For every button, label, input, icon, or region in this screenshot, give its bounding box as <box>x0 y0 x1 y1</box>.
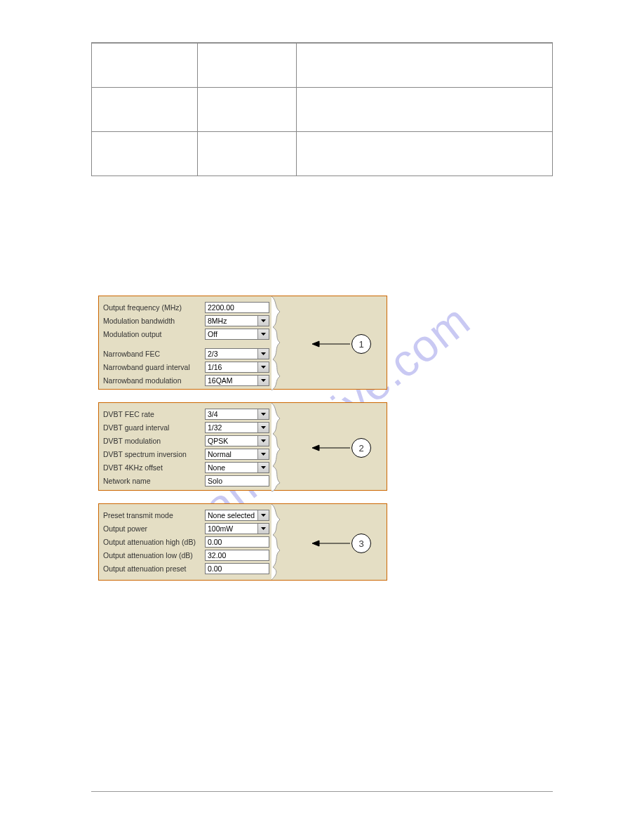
arrow-icon <box>312 539 350 548</box>
output-attenuation-preset-input[interactable]: 0.00 <box>205 563 269 574</box>
callout-2: 2 <box>312 438 371 458</box>
chevron-down-icon <box>257 329 269 339</box>
svg-marker-4 <box>261 379 266 382</box>
field-value: Off <box>208 330 217 338</box>
table-row <box>92 88 553 132</box>
upper-empty-table <box>91 43 553 176</box>
chevron-down-icon <box>257 510 269 520</box>
chevron-down-icon <box>257 316 269 326</box>
preset-transmit-mode-select[interactable]: None selected <box>205 510 269 521</box>
arrow-icon <box>312 340 350 348</box>
svg-marker-6 <box>312 341 319 347</box>
preset-transmit-mode-label: Preset transmit mode <box>103 511 205 519</box>
svg-marker-3 <box>261 366 266 369</box>
field-value: Normal <box>208 450 232 458</box>
svg-marker-1 <box>261 333 266 336</box>
table-row <box>92 44 553 88</box>
field-value: None <box>208 463 225 472</box>
modulation-bandwidth-label: Modulation bandwidth <box>103 317 205 325</box>
dvbt-modulation-select[interactable]: QPSK <box>205 435 269 446</box>
svg-marker-17 <box>312 541 319 546</box>
field-value: 2200.00 <box>208 303 234 312</box>
output-frequency-label: Output frequency (MHz) <box>103 303 205 312</box>
field-value: 0.00 <box>208 564 222 573</box>
field-value: 16QAM <box>208 376 233 385</box>
panel-frequency-modulation: Output frequency (MHz) 2200.00 Modulatio… <box>98 296 387 390</box>
field-value: 32.00 <box>208 551 226 560</box>
table-row <box>92 132 553 176</box>
chevron-down-icon <box>257 376 269 385</box>
dvbt-guard-select[interactable]: 1/32 <box>205 422 269 433</box>
network-name-label: Network name <box>103 477 205 485</box>
chevron-down-icon <box>257 409 269 419</box>
chevron-down-icon <box>257 436 269 446</box>
field-value: 2/3 <box>208 350 218 358</box>
svg-marker-13 <box>312 445 319 451</box>
callout-3: 3 <box>312 534 371 553</box>
svg-marker-2 <box>261 352 266 355</box>
output-power-label: Output power <box>103 524 205 533</box>
dvbt-modulation-label: DVBT modulation <box>103 437 205 445</box>
svg-marker-7 <box>261 413 266 416</box>
field-value: 3/4 <box>208 410 218 418</box>
callout-number: 1 <box>351 334 371 354</box>
svg-marker-8 <box>261 426 266 429</box>
svg-marker-10 <box>261 453 266 456</box>
output-frequency-input[interactable]: 2200.00 <box>205 302 269 313</box>
output-attenuation-low-input[interactable]: 32.00 <box>205 550 269 561</box>
svg-marker-15 <box>261 527 266 530</box>
narrowband-fec-label: Narrowband FEC <box>103 350 205 358</box>
narrowband-modulation-select[interactable]: 16QAM <box>205 375 269 386</box>
narrowband-modulation-label: Narrowband modulation <box>103 376 205 385</box>
chevron-down-icon <box>257 463 269 472</box>
field-value: 100mW <box>208 524 233 533</box>
dvbt-spectrum-select[interactable]: Normal <box>205 449 269 460</box>
narrowband-fec-select[interactable]: 2/3 <box>205 348 269 359</box>
panel-output-power: Preset transmit mode None selected Outpu… <box>98 503 387 581</box>
chevron-down-icon <box>257 449 269 459</box>
narrowband-guard-select[interactable]: 1/16 <box>205 362 269 373</box>
panels-container: Output frequency (MHz) 2200.00 Modulatio… <box>98 296 387 581</box>
field-value: None selected <box>208 511 255 519</box>
modulation-output-select[interactable]: Off <box>205 329 269 340</box>
field-value: 0.00 <box>208 538 222 546</box>
callout-1: 1 <box>312 334 371 354</box>
dvbt-guard-label: DVBT guard interval <box>103 423 205 432</box>
svg-marker-9 <box>261 439 266 442</box>
field-value: QPSK <box>208 437 228 445</box>
dvbt-offset-label: DVBT 4KHz offset <box>103 463 205 472</box>
field-value: Solo <box>208 477 222 485</box>
field-value: 8MHz <box>208 317 227 325</box>
arrow-icon <box>312 444 350 452</box>
dvbt-offset-select[interactable]: None <box>205 462 269 473</box>
dvbt-fec-label: DVBT FEC rate <box>103 410 205 418</box>
output-attenuation-low-label: Output attenuation low (dB) <box>103 551 205 560</box>
dvbt-spectrum-label: DVBT spectrum inversion <box>103 450 205 458</box>
output-power-select[interactable]: 100mW <box>205 523 269 534</box>
network-name-input[interactable]: Solo <box>205 475 269 486</box>
dvbt-fec-select[interactable]: 3/4 <box>205 409 269 420</box>
chevron-down-icon <box>257 362 269 372</box>
narrowband-guard-label: Narrowband guard interval <box>103 363 205 371</box>
chevron-down-icon <box>257 423 269 432</box>
field-value: 1/32 <box>208 423 222 432</box>
output-attenuation-high-input[interactable]: 0.00 <box>205 536 269 548</box>
modulation-output-label: Modulation output <box>103 330 205 338</box>
output-attenuation-high-label: Output attenuation high (dB) <box>103 538 205 546</box>
svg-marker-11 <box>261 466 266 469</box>
modulation-bandwidth-select[interactable]: 8MHz <box>205 315 269 326</box>
chevron-down-icon <box>257 349 269 359</box>
field-value: 1/16 <box>208 363 222 371</box>
panel-dvbt: DVBT FEC rate 3/4 DVBT guard interval 1/… <box>98 402 387 491</box>
svg-marker-14 <box>261 514 266 517</box>
callout-number: 2 <box>351 438 371 458</box>
divider-bottom <box>91 791 553 792</box>
svg-marker-0 <box>261 319 266 322</box>
page: manualshive.com Output frequency (MHz) 2… <box>0 0 644 834</box>
output-attenuation-preset-label: Output attenuation preset <box>103 564 205 573</box>
chevron-down-icon <box>257 524 269 534</box>
callout-number: 3 <box>351 534 371 553</box>
